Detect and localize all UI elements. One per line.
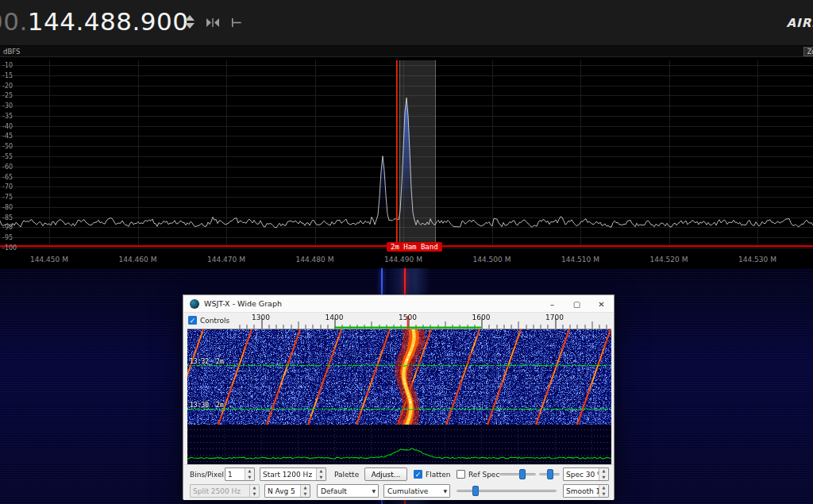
flatten-label: Flatten (426, 471, 451, 479)
flatten-checkbox[interactable]: ✓ Flatten (414, 467, 451, 481)
band-label: 2m (216, 358, 224, 365)
wsjtx-app-icon (190, 299, 199, 309)
spin-value: Start 1200 Hz (263, 471, 312, 479)
y-tick-label: -10 (2, 62, 13, 69)
scale-tick-label: 1600 (469, 314, 493, 321)
wsjtx-spectrum-canvas[interactable] (187, 425, 611, 464)
y-tick-label: -50 (2, 143, 13, 150)
y-tick-label: -90 (2, 224, 13, 231)
palette-select[interactable]: Default ▼ (317, 484, 379, 498)
top-bar: 00.144.488.900 AIRS (0, 0, 813, 46)
wsjtx-controls: Bins/Pixel 1 Start 1200 Hz Palette Adjus… (183, 464, 614, 500)
split-spinbox: Split 2500 Hz (190, 484, 260, 498)
spin-up-icon (301, 485, 310, 491)
y-tick-label: -20 (2, 83, 13, 90)
checkbox-unchecked-icon (457, 470, 465, 479)
x-tick-label: 144.470 M (204, 256, 249, 264)
spin-buttons[interactable] (599, 485, 608, 497)
spec-percent-spinbox[interactable]: Spec 30 % (563, 467, 609, 481)
spin-down-icon (245, 475, 254, 481)
scale-tick-label: 1400 (322, 314, 346, 321)
waterfall-time-mark: 13:30 2m (190, 402, 224, 409)
checkbox-checked-icon: ✓ (414, 470, 422, 479)
tuning-bar-icon[interactable] (230, 17, 248, 29)
slider-handle[interactable] (472, 486, 479, 496)
frequency-display[interactable]: 00.144.488.900 (0, 7, 189, 36)
y-tick-label: -30 (2, 102, 13, 110)
spin-value: 1 (228, 471, 233, 479)
spin-value: N Avg 5 (268, 487, 295, 495)
y-tick-label: -35 (2, 113, 13, 120)
spin-up-icon (245, 468, 254, 475)
window-titlebar[interactable]: WSJT-X - Wide Graph – ▢ ✕ (183, 295, 614, 313)
frequency-leading-zeros: 00. (0, 7, 28, 36)
waterfall-gain-slider[interactable] (499, 467, 536, 481)
y-tick-label: -45 (2, 133, 13, 140)
controls-checkbox[interactable]: ✓ Controls (188, 316, 229, 325)
spin-buttons[interactable] (245, 468, 254, 480)
ref-spec-label: Ref Spec (468, 471, 499, 479)
step-up-icon[interactable] (185, 15, 195, 21)
spin-up-icon (250, 485, 259, 491)
maximize-button[interactable]: ▢ (564, 295, 589, 313)
ref-spec-checkbox[interactable]: Ref Spec (457, 467, 499, 481)
spin-buttons[interactable] (599, 468, 608, 480)
close-button[interactable]: ✕ (589, 295, 614, 313)
band-label: 2m (216, 402, 224, 409)
spectrum-canvas[interactable] (0, 57, 813, 252)
adjust-button[interactable]: Adjust... (364, 467, 407, 481)
frequency-stepper[interactable] (183, 13, 196, 33)
scale-labels: 13001400150016001700 (183, 313, 614, 329)
y-tick-label: -15 (2, 72, 13, 79)
spin-buttons[interactable] (300, 485, 310, 497)
frequency-value: 144.488.900 (28, 7, 189, 36)
screen: 00.144.488.900 AIRS dBFS Zo -10-15-20-25… (0, 0, 813, 504)
bins-pixel-label: Bins/Pixel (190, 471, 224, 479)
window-title: WSJT-X - Wide Graph (204, 299, 282, 308)
y-tick-label: -80 (2, 204, 13, 211)
frequency-scale[interactable]: 13001400150016001700 ✓ Controls (183, 313, 614, 329)
spin-buttons[interactable] (316, 468, 326, 480)
n-avg-spinbox[interactable]: N Avg 5 (264, 484, 310, 498)
spectrum-gain-slider[interactable] (457, 484, 557, 498)
dbfs-label: dBFS (3, 48, 20, 56)
wsjtx-waterfall-canvas[interactable] (187, 329, 611, 425)
y-tick-label: -25 (2, 92, 13, 99)
chevron-down-icon: ▼ (372, 488, 376, 494)
step-down-icon[interactable] (185, 23, 195, 29)
x-tick-label: 144.480 M (293, 256, 337, 264)
brand-logo: AIRS (786, 16, 813, 30)
wsjtx-spectrum[interactable] (187, 425, 611, 464)
band-plan-badge: 2m Ham Band (387, 242, 442, 252)
snap-to-center-icon[interactable] (205, 17, 222, 29)
chevron-down-icon: ▼ (443, 488, 447, 494)
combo-value: Default (321, 487, 347, 495)
scale-tick-label: 1700 (543, 314, 567, 321)
spectrum-header: dBFS Zo (0, 46, 813, 57)
time-label: 13:32 (190, 358, 209, 365)
slider-groove (457, 490, 557, 492)
palette-label: Palette (334, 471, 359, 479)
bins-pixel-spinbox[interactable]: 1 (225, 467, 255, 481)
y-tick-label: -70 (2, 183, 13, 190)
slider-handle[interactable] (547, 469, 553, 479)
spin-value: Split 2500 Hz (193, 487, 241, 495)
waterfall-zero-slider[interactable] (539, 467, 560, 481)
spin-up-icon (599, 468, 608, 475)
x-tick-label: 144.460 M (116, 256, 160, 264)
slider-handle[interactable] (519, 469, 526, 479)
checkbox-checked-icon: ✓ (188, 316, 197, 325)
start-frequency-spinbox[interactable]: Start 1200 Hz (260, 467, 326, 481)
x-tick-label: 144.520 M (647, 256, 692, 264)
time-label: 13:30 (190, 402, 209, 409)
minimize-button[interactable]: – (540, 295, 564, 313)
slider-groove (499, 473, 536, 475)
y-tick-label: -55 (2, 153, 13, 160)
waterfall-time-mark: 13:32 2m (190, 358, 224, 365)
wsjtx-wide-graph-window[interactable]: WSJT-X - Wide Graph – ▢ ✕ 13001400150016… (183, 294, 615, 499)
zoom-button[interactable]: Zo (803, 47, 813, 56)
wsjtx-waterfall[interactable]: 13:32 2m 13:30 2m (187, 329, 611, 425)
window-buttons: – ▢ ✕ (540, 295, 614, 313)
smooth-spinbox[interactable]: Smooth 1 (563, 484, 609, 498)
spectrum-type-select[interactable]: Cumulative ▼ (383, 484, 450, 498)
